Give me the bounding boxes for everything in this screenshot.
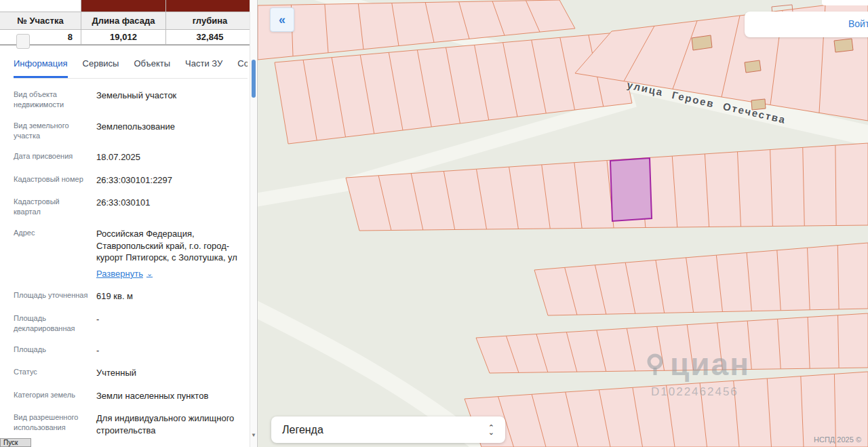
- field-row: Площадь декларированная -: [14, 313, 245, 334]
- field-label: Площадь уточненная: [14, 290, 88, 303]
- tab-objects[interactable]: Объекты: [134, 58, 170, 78]
- map-attribution: НСПД 2025 ©: [814, 435, 861, 444]
- field-label: Категория земель: [14, 390, 88, 402]
- field-row: Вид объекта недвижимости Земельный участ…: [14, 90, 245, 110]
- tab-composition[interactable]: Соста: [237, 58, 248, 78]
- field-row: Кадастровый квартал 26:33:030101: [14, 197, 245, 217]
- scrollbar-thumb[interactable]: [252, 60, 256, 98]
- table-cell: [0, 0, 81, 12]
- expand-label: Развернуть: [96, 268, 143, 280]
- table-header-row: № Участка Длина фасада глубина: [0, 12, 254, 30]
- table-cell-parcel-number: 8: [0, 30, 81, 45]
- field-value: -: [96, 313, 245, 334]
- chevron-down-icon: ⌄: [146, 269, 153, 279]
- field-value: Земельный участок: [96, 90, 245, 110]
- tab-services[interactable]: Сервисы: [83, 58, 119, 78]
- address-text: Российская Федерация, Ставропольский кра…: [96, 229, 237, 263]
- table-cell-facade-length: 19,012: [81, 30, 166, 45]
- table-cell: [166, 0, 254, 12]
- field-label: Вид земельного участка: [14, 121, 88, 141]
- field-row: Кадастровый номер 26:33:030101:2297: [14, 174, 245, 187]
- field-label: Дата присвоения: [14, 151, 88, 163]
- login-bar: Войти: [745, 12, 868, 37]
- field-value: Для индивидуального жилищного строительс…: [96, 412, 245, 436]
- field-value: 26:33:030101: [96, 197, 245, 217]
- collapse-panel-button[interactable]: «: [270, 7, 294, 32]
- field-label: Площадь декларированная: [14, 313, 88, 334]
- table-header: № Участка: [0, 12, 81, 30]
- parcel-table: № Участка Длина фасада глубина 8 19,012 …: [0, 0, 254, 45]
- field-label: Кадастровый номер: [14, 174, 88, 187]
- tab-parcel-parts[interactable]: Части ЗУ: [185, 58, 222, 78]
- panel-scrollbar[interactable]: ▼: [250, 0, 256, 447]
- scroll-down-icon[interactable]: ▼: [250, 431, 257, 440]
- legend-label: Легенда: [282, 424, 323, 436]
- field-value: 18.07.2025: [96, 151, 245, 163]
- left-panel: № Участка Длина фасада глубина 8 19,012 …: [0, 0, 258, 447]
- field-label: Статус: [14, 367, 88, 379]
- field-label: Вид разрешенного использования: [14, 412, 88, 436]
- cadastral-map-canvas[interactable]: [258, 0, 868, 447]
- table-row[interactable]: 8 19,012 32,845: [0, 30, 254, 45]
- field-row: Дата присвоения 18.07.2025: [14, 151, 245, 163]
- field-row: Вид разрешенного использования Для индив…: [14, 412, 245, 436]
- field-value: 619 кв. м: [96, 290, 245, 303]
- login-button[interactable]: Войти: [848, 18, 868, 29]
- expand-address-link[interactable]: Развернуть ⌄: [96, 268, 153, 280]
- chevron-double-left-icon: «: [279, 13, 285, 27]
- info-fields: Вид объекта недвижимости Земельный участ…: [14, 90, 245, 447]
- field-label: Адрес: [14, 228, 88, 279]
- field-value: Земли населенных пунктов: [96, 390, 245, 402]
- field-value: Российская Федерация, Ставропольский кра…: [96, 228, 245, 279]
- legend-bar[interactable]: Легенда ⌃⌄: [271, 416, 505, 443]
- expand-collapse-icon[interactable]: ⌃⌄: [488, 425, 494, 435]
- field-value: 26:33:030101:2297: [96, 174, 245, 187]
- panel-mini-button[interactable]: [16, 34, 30, 49]
- table-row: [0, 0, 254, 12]
- field-row: Площадь -: [14, 345, 245, 357]
- field-row-address: Адрес Российская Федерация, Ставропольск…: [14, 228, 245, 279]
- selected-parcel[interactable]: [610, 158, 652, 221]
- map-area[interactable]: улица Героев Отечества циан D1022462456 …: [258, 0, 868, 447]
- start-button[interactable]: Пуск: [0, 438, 31, 447]
- tab-information[interactable]: Информация: [14, 58, 68, 78]
- field-row: Категория земель Земли населенных пункто…: [14, 390, 245, 402]
- field-value: -: [96, 345, 245, 357]
- field-row: Вид земельного участка Землепользование: [14, 121, 245, 141]
- field-value: Землепользование: [96, 121, 245, 141]
- table-cell-depth: 32,845: [166, 30, 254, 45]
- field-label: Площадь: [14, 345, 88, 357]
- panel-tabs: Информация Сервисы Объекты Части ЗУ Сост…: [14, 58, 248, 79]
- screen: № Участка Длина фасада глубина 8 19,012 …: [0, 0, 868, 447]
- chevron-down-icon: ⌄: [488, 430, 494, 435]
- field-label: Кадастровый квартал: [14, 197, 88, 217]
- field-row: Площадь уточненная 619 кв. м: [14, 290, 245, 303]
- field-label: Вид объекта недвижимости: [14, 90, 88, 110]
- field-value: Учтенный: [96, 367, 245, 379]
- field-row: Статус Учтенный: [14, 367, 245, 379]
- table-header: глубина: [166, 12, 254, 30]
- table-header: Длина фасада: [81, 12, 166, 30]
- table-cell: [81, 0, 166, 12]
- top-toolbar-fragment: [822, 0, 868, 5]
